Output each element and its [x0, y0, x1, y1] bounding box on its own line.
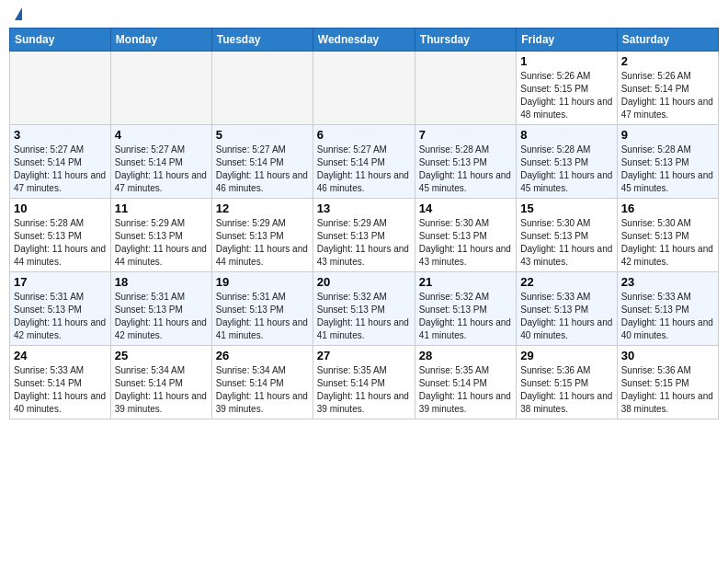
- day-info: Sunrise: 5:28 AMSunset: 5:13 PMDaylight:…: [621, 144, 714, 195]
- day-info: Sunrise: 5:31 AMSunset: 5:13 PMDaylight:…: [216, 291, 309, 342]
- day-number: 18: [115, 275, 208, 289]
- calendar-cell: 14Sunrise: 5:30 AMSunset: 5:13 PMDayligh…: [415, 199, 516, 272]
- logo-triangle-icon: [15, 7, 22, 20]
- calendar-cell: 24Sunrise: 5:33 AMSunset: 5:14 PMDayligh…: [10, 346, 111, 419]
- day-number: 20: [317, 275, 411, 289]
- day-number: 23: [621, 275, 714, 289]
- day-number: 7: [419, 128, 512, 142]
- day-info: Sunrise: 5:35 AMSunset: 5:14 PMDaylight:…: [317, 364, 411, 416]
- calendar-cell: 20Sunrise: 5:32 AMSunset: 5:13 PMDayligh…: [313, 272, 415, 346]
- calendar-cell: 1Sunrise: 5:26 AMSunset: 5:15 PMDaylight…: [517, 52, 617, 125]
- calendar-cell: [211, 52, 313, 125]
- calendar-cell: [110, 52, 211, 125]
- day-info: Sunrise: 5:32 AMSunset: 5:13 PMDaylight:…: [317, 291, 411, 342]
- day-number: 26: [216, 349, 309, 362]
- day-number: 30: [621, 349, 714, 362]
- day-info: Sunrise: 5:30 AMSunset: 5:13 PMDaylight:…: [621, 217, 714, 269]
- calendar-cell: [10, 52, 111, 125]
- day-number: 3: [14, 128, 107, 142]
- day-number: 16: [621, 201, 714, 215]
- day-number: 27: [317, 349, 411, 362]
- col-header-wednesday: Wednesday: [313, 29, 415, 52]
- day-number: 2: [621, 54, 714, 68]
- calendar-cell: 11Sunrise: 5:29 AMSunset: 5:13 PMDayligh…: [110, 199, 211, 272]
- calendar-cell: 25Sunrise: 5:34 AMSunset: 5:14 PMDayligh…: [110, 346, 211, 419]
- day-info: Sunrise: 5:34 AMSunset: 5:14 PMDaylight:…: [115, 364, 208, 416]
- day-number: 24: [14, 349, 107, 362]
- calendar-cell: 30Sunrise: 5:36 AMSunset: 5:15 PMDayligh…: [617, 346, 718, 419]
- week-row-4: 17Sunrise: 5:31 AMSunset: 5:13 PMDayligh…: [10, 272, 719, 346]
- day-info: Sunrise: 5:33 AMSunset: 5:13 PMDaylight:…: [621, 291, 714, 342]
- day-number: 21: [419, 275, 512, 289]
- day-number: 17: [14, 275, 107, 289]
- calendar-cell: 22Sunrise: 5:33 AMSunset: 5:13 PMDayligh…: [517, 272, 617, 346]
- day-info: Sunrise: 5:29 AMSunset: 5:13 PMDaylight:…: [317, 217, 411, 269]
- week-row-2: 3Sunrise: 5:27 AMSunset: 5:14 PMDaylight…: [10, 125, 719, 199]
- col-header-thursday: Thursday: [415, 29, 516, 52]
- day-info: Sunrise: 5:33 AMSunset: 5:14 PMDaylight:…: [14, 364, 107, 416]
- day-number: 22: [520, 275, 612, 289]
- calendar-cell: 18Sunrise: 5:31 AMSunset: 5:13 PMDayligh…: [110, 272, 211, 346]
- calendar-cell: 21Sunrise: 5:32 AMSunset: 5:13 PMDayligh…: [415, 272, 516, 346]
- col-header-friday: Friday: [517, 29, 617, 52]
- calendar-cell: 3Sunrise: 5:27 AMSunset: 5:14 PMDaylight…: [10, 125, 111, 199]
- day-info: Sunrise: 5:33 AMSunset: 5:13 PMDaylight:…: [520, 291, 612, 342]
- calendar-cell: 12Sunrise: 5:29 AMSunset: 5:13 PMDayligh…: [211, 199, 313, 272]
- day-info: Sunrise: 5:29 AMSunset: 5:13 PMDaylight:…: [216, 217, 309, 269]
- calendar-cell: [415, 52, 516, 125]
- calendar-cell: 28Sunrise: 5:35 AMSunset: 5:14 PMDayligh…: [415, 346, 516, 419]
- day-number: 12: [216, 201, 309, 215]
- day-number: 14: [419, 201, 512, 215]
- col-header-sunday: Sunday: [10, 29, 111, 52]
- calendar-cell: 13Sunrise: 5:29 AMSunset: 5:13 PMDayligh…: [313, 199, 415, 272]
- day-info: Sunrise: 5:27 AMSunset: 5:14 PMDaylight:…: [317, 144, 411, 195]
- day-info: Sunrise: 5:30 AMSunset: 5:13 PMDaylight:…: [520, 217, 612, 269]
- calendar-cell: 10Sunrise: 5:28 AMSunset: 5:13 PMDayligh…: [10, 199, 111, 272]
- day-number: 1: [520, 54, 612, 68]
- day-number: 29: [520, 349, 612, 362]
- day-info: Sunrise: 5:36 AMSunset: 5:15 PMDaylight:…: [520, 364, 612, 416]
- day-info: Sunrise: 5:26 AMSunset: 5:15 PMDaylight:…: [520, 70, 612, 121]
- calendar-cell: 4Sunrise: 5:27 AMSunset: 5:14 PMDaylight…: [110, 125, 211, 199]
- day-number: 13: [317, 201, 411, 215]
- day-info: Sunrise: 5:35 AMSunset: 5:14 PMDaylight:…: [419, 364, 512, 416]
- calendar-cell: 29Sunrise: 5:36 AMSunset: 5:15 PMDayligh…: [517, 346, 617, 419]
- col-header-tuesday: Tuesday: [211, 29, 313, 52]
- header-row: SundayMondayTuesdayWednesdayThursdayFrid…: [10, 29, 719, 52]
- calendar-cell: 9Sunrise: 5:28 AMSunset: 5:13 PMDaylight…: [617, 125, 718, 199]
- week-row-1: 1Sunrise: 5:26 AMSunset: 5:15 PMDaylight…: [10, 52, 719, 125]
- calendar-cell: 5Sunrise: 5:27 AMSunset: 5:14 PMDaylight…: [211, 125, 313, 199]
- day-info: Sunrise: 5:27 AMSunset: 5:14 PMDaylight:…: [115, 144, 208, 195]
- day-number: 4: [115, 128, 208, 142]
- day-info: Sunrise: 5:31 AMSunset: 5:13 PMDaylight:…: [14, 291, 107, 342]
- calendar-cell: 27Sunrise: 5:35 AMSunset: 5:14 PMDayligh…: [313, 346, 415, 419]
- week-row-3: 10Sunrise: 5:28 AMSunset: 5:13 PMDayligh…: [10, 199, 719, 272]
- day-info: Sunrise: 5:31 AMSunset: 5:13 PMDaylight:…: [115, 291, 208, 342]
- calendar-cell: 17Sunrise: 5:31 AMSunset: 5:13 PMDayligh…: [10, 272, 111, 346]
- page-header: [9, 9, 719, 20]
- day-info: Sunrise: 5:26 AMSunset: 5:14 PMDaylight:…: [621, 70, 714, 121]
- calendar-cell: 6Sunrise: 5:27 AMSunset: 5:14 PMDaylight…: [313, 125, 415, 199]
- calendar-cell: 7Sunrise: 5:28 AMSunset: 5:13 PMDaylight…: [415, 125, 516, 199]
- col-header-monday: Monday: [110, 29, 211, 52]
- week-row-5: 24Sunrise: 5:33 AMSunset: 5:14 PMDayligh…: [10, 346, 719, 419]
- calendar-cell: 26Sunrise: 5:34 AMSunset: 5:14 PMDayligh…: [211, 346, 313, 419]
- day-info: Sunrise: 5:28 AMSunset: 5:13 PMDaylight:…: [14, 217, 107, 269]
- day-info: Sunrise: 5:36 AMSunset: 5:15 PMDaylight:…: [621, 364, 714, 416]
- calendar-cell: 8Sunrise: 5:28 AMSunset: 5:13 PMDaylight…: [517, 125, 617, 199]
- calendar-table: SundayMondayTuesdayWednesdayThursdayFrid…: [9, 28, 719, 419]
- calendar-cell: [313, 52, 415, 125]
- calendar-cell: 19Sunrise: 5:31 AMSunset: 5:13 PMDayligh…: [211, 272, 313, 346]
- calendar-cell: 2Sunrise: 5:26 AMSunset: 5:14 PMDaylight…: [617, 52, 718, 125]
- day-number: 8: [520, 128, 612, 142]
- day-number: 15: [520, 201, 612, 215]
- day-info: Sunrise: 5:29 AMSunset: 5:13 PMDaylight:…: [115, 217, 208, 269]
- day-info: Sunrise: 5:28 AMSunset: 5:13 PMDaylight:…: [520, 144, 612, 195]
- day-info: Sunrise: 5:27 AMSunset: 5:14 PMDaylight:…: [216, 144, 309, 195]
- day-number: 10: [14, 201, 107, 215]
- day-info: Sunrise: 5:34 AMSunset: 5:14 PMDaylight:…: [216, 364, 309, 416]
- calendar-cell: 23Sunrise: 5:33 AMSunset: 5:13 PMDayligh…: [617, 272, 718, 346]
- day-number: 28: [419, 349, 512, 362]
- col-header-saturday: Saturday: [617, 29, 718, 52]
- day-number: 6: [317, 128, 411, 142]
